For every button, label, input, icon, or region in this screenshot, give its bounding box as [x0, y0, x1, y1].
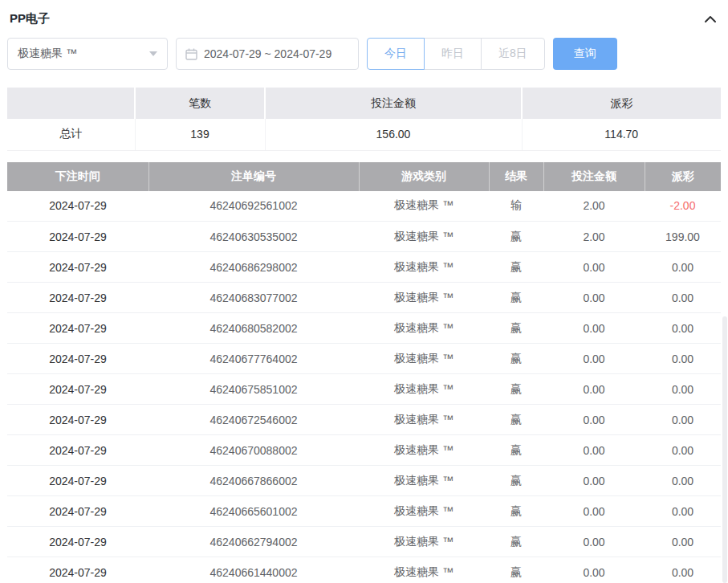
cell-bet-amount: 0.00: [543, 496, 645, 527]
cell-bet-amount: 0.00: [543, 557, 645, 583]
summary-header-bet-amount: 投注金额: [265, 88, 522, 119]
cell-order-id: 46240675851002: [148, 374, 359, 405]
table-row: 2024-07-29 46240630535002 极速糖果 ™ 赢 2.00 …: [7, 222, 721, 252]
cell-order-id: 46240672546002: [148, 405, 359, 435]
summary-total-payout: 114.70: [522, 119, 721, 150]
yesterday-button[interactable]: 昨日: [424, 38, 482, 70]
cell-payout: 0.00: [645, 283, 721, 313]
cell-game-type: 极速糖果 ™: [359, 496, 489, 527]
summary-table: 笔数 投注金额 派彩 总计 139 156.00 114.70: [7, 88, 721, 151]
table-row: 2024-07-29 46240665601002 极速糖果 ™ 赢 0.00 …: [7, 496, 721, 527]
cell-bet-time: 2024-07-29: [7, 466, 148, 496]
summary-header-empty: [7, 88, 135, 119]
cell-result: 赢: [489, 405, 543, 435]
summary-total-label: 总计: [7, 119, 135, 150]
cell-game-type: 极速糖果 ™: [359, 405, 489, 435]
cell-order-id: 46240680582002: [148, 313, 359, 344]
table-row: 2024-07-29 46240675851002 极速糖果 ™ 赢 0.00 …: [7, 374, 721, 405]
header-payout: 派彩: [645, 162, 721, 191]
table-row: 2024-07-29 46240672546002 极速糖果 ™ 赢 0.00 …: [7, 405, 721, 435]
cell-result: 赢: [489, 466, 543, 496]
date-range-picker[interactable]: 2024-07-29 ~ 2024-07-29: [176, 38, 359, 70]
search-button[interactable]: 查询: [553, 38, 617, 70]
cell-result: 赢: [489, 374, 543, 405]
cell-order-id: 46240667866002: [148, 466, 359, 496]
panel-header: PP电子: [7, 0, 721, 33]
filter-bar: 极速糖果 ™ 2024-07-29 ~ 2024-07-29 今日 昨日 近8日…: [7, 38, 721, 70]
cell-payout: 0.00: [645, 435, 721, 466]
cell-bet-time: 2024-07-29: [7, 222, 148, 252]
cell-bet-time: 2024-07-29: [7, 191, 148, 222]
cell-bet-amount: 0.00: [543, 252, 645, 283]
cell-bet-time: 2024-07-29: [7, 344, 148, 374]
header-bet-amount: 投注金额: [543, 162, 645, 191]
cell-result: 赢: [489, 344, 543, 374]
cell-order-id: 46240661440002: [148, 557, 359, 583]
table-row: 2024-07-29 46240683077002 极速糖果 ™ 赢 0.00 …: [7, 283, 721, 313]
calendar-icon: [185, 48, 197, 60]
cell-result: 赢: [489, 435, 543, 466]
cell-bet-amount: 0.00: [543, 313, 645, 344]
summary-total-row: 总计 139 156.00 114.70: [7, 119, 721, 150]
cell-order-id: 46240677764002: [148, 344, 359, 374]
table-row: 2024-07-29 46240667866002 极速糖果 ™ 赢 0.00 …: [7, 466, 721, 496]
cell-bet-time: 2024-07-29: [7, 496, 148, 527]
cell-bet-amount: 2.00: [543, 222, 645, 252]
cell-result: 赢: [489, 283, 543, 313]
cell-bet-time: 2024-07-29: [7, 527, 148, 557]
cell-game-type: 极速糖果 ™: [359, 527, 489, 557]
cell-bet-amount: 0.00: [543, 405, 645, 435]
table-row: 2024-07-29 46240686298002 极速糖果 ™ 赢 0.00 …: [7, 252, 721, 283]
cell-game-type: 极速糖果 ™: [359, 435, 489, 466]
cell-payout: 199.00: [645, 222, 721, 252]
summary-total-bet-amount: 156.00: [265, 119, 522, 150]
header-result: 结果: [489, 162, 543, 191]
last-8-days-button[interactable]: 近8日: [481, 38, 545, 70]
date-range-value: 2024-07-29 ~ 2024-07-29: [204, 47, 331, 60]
cell-order-id: 46240670088002: [148, 435, 359, 466]
cell-game-type: 极速糖果 ™: [359, 557, 489, 583]
cell-payout: 0.00: [645, 374, 721, 405]
cell-bet-time: 2024-07-29: [7, 252, 148, 283]
cell-result: 赢: [489, 557, 543, 583]
caret-down-icon: [149, 51, 157, 56]
pp-electronic-panel: PP电子 极速糖果 ™ 2024-07-29 ~ 2024-07-29: [0, 0, 728, 583]
header-order-id: 注单编号: [148, 162, 359, 191]
cell-result: 赢: [489, 527, 543, 557]
cell-bet-amount: 2.00: [543, 191, 645, 222]
table-row: 2024-07-29 46240670088002 极速糖果 ™ 赢 0.00 …: [7, 435, 721, 466]
today-button[interactable]: 今日: [367, 38, 425, 70]
cell-bet-amount: 0.00: [543, 466, 645, 496]
cell-payout: 0.00: [645, 313, 721, 344]
cell-game-type: 极速糖果 ™: [359, 191, 489, 222]
cell-order-id: 46240665601002: [148, 496, 359, 527]
cell-payout: 0.00: [645, 344, 721, 374]
cell-order-id: 46240692561002: [148, 191, 359, 222]
cell-bet-time: 2024-07-29: [7, 283, 148, 313]
table-row: 2024-07-29 46240661440002 极速糖果 ™ 赢 0.00 …: [7, 557, 721, 583]
cell-result: 赢: [489, 222, 543, 252]
table-row: 2024-07-29 46240692561002 极速糖果 ™ 输 2.00 …: [7, 191, 721, 222]
scrollbar-thumb[interactable]: [722, 316, 727, 583]
header-game-type: 游戏类别: [359, 162, 489, 191]
cell-game-type: 极速糖果 ™: [359, 222, 489, 252]
cell-bet-amount: 0.00: [543, 527, 645, 557]
cell-bet-time: 2024-07-29: [7, 435, 148, 466]
cell-bet-time: 2024-07-29: [7, 313, 148, 344]
table-row: 2024-07-29 46240662794002 极速糖果 ™ 赢 0.00 …: [7, 527, 721, 557]
game-select[interactable]: 极速糖果 ™: [7, 38, 168, 70]
cell-order-id: 46240630535002: [148, 222, 359, 252]
cell-game-type: 极速糖果 ™: [359, 313, 489, 344]
cell-game-type: 极速糖果 ™: [359, 374, 489, 405]
cell-order-id: 46240686298002: [148, 252, 359, 283]
cell-bet-amount: 0.00: [543, 374, 645, 405]
bet-table-body: 2024-07-29 46240692561002 极速糖果 ™ 输 2.00 …: [7, 191, 721, 583]
cell-payout: 0.00: [645, 496, 721, 527]
cell-bet-time: 2024-07-29: [7, 374, 148, 405]
collapse-chevron-up-icon[interactable]: [702, 14, 718, 25]
cell-payout: -2.00: [645, 191, 721, 222]
cell-bet-amount: 0.00: [543, 435, 645, 466]
cell-result: 输: [489, 191, 543, 222]
game-select-value: 极速糖果 ™: [18, 47, 77, 61]
cell-game-type: 极速糖果 ™: [359, 283, 489, 313]
